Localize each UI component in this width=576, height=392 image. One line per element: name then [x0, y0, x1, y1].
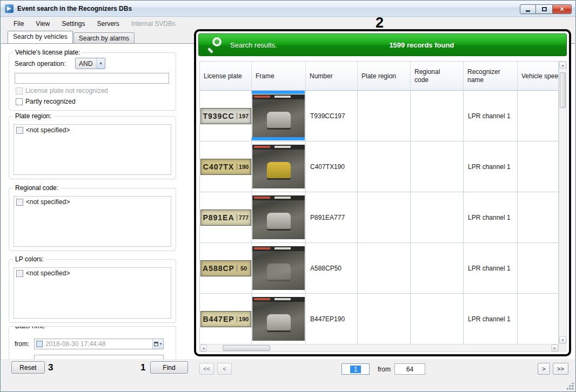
lp-colors-item-checkbox[interactable] [16, 270, 23, 277]
plate-region-list[interactable]: <not specified> [14, 124, 171, 175]
menu-settings[interactable]: Settings [56, 18, 91, 30]
list-item[interactable]: <not specified> [14, 197, 171, 207]
regional-code-list[interactable]: <not specified> [14, 196, 171, 247]
search-operation-select[interactable]: AND ▼ [75, 58, 105, 69]
column-header-license-plate[interactable]: License plate [200, 62, 252, 90]
vertical-scrollbar[interactable]: ▲ ▼ [559, 61, 567, 344]
search-operation-value: AND [76, 60, 96, 67]
maximize-button[interactable] [536, 4, 552, 14]
menu-servers[interactable]: Servers [91, 18, 125, 30]
cell-recognizer-name[interactable]: LPR channel 1 [464, 294, 518, 344]
last-page-button[interactable]: >> [553, 363, 568, 375]
results-panel: Search results. 1599 records found Licen… [194, 29, 571, 356]
cell-recognizer-name[interactable]: LPR channel 1 [464, 141, 518, 192]
tab-search-by-vehicles[interactable]: Search by vehicles [8, 31, 73, 43]
results-table: License plate Frame Number Plate region … [199, 61, 567, 352]
cell-number[interactable]: C407TX190 [306, 141, 358, 192]
cell-regional-code[interactable] [411, 192, 464, 243]
cell-frame[interactable] [252, 141, 306, 192]
column-header-frame[interactable]: Frame [252, 62, 306, 90]
find-button[interactable]: Find [150, 361, 188, 374]
table-row[interactable]: A588CP 50 A588CP50 LPR channel 1 [200, 243, 559, 294]
group-title: Plate region: [13, 112, 53, 120]
scroll-right-icon[interactable]: ► [551, 344, 558, 352]
horizontal-scroll-thumb[interactable] [223, 345, 270, 351]
cell-number[interactable]: T939CC197 [306, 91, 358, 141]
table-row[interactable]: B447EP 190 B447EP190 LPR channel 1 [200, 294, 559, 344]
first-page-button[interactable]: << [199, 363, 214, 375]
plate-region-item-checkbox[interactable] [16, 127, 23, 134]
cell-license-plate[interactable]: C407TX 190 [200, 141, 252, 192]
horizontal-scrollbar[interactable]: ◄ ► [199, 344, 559, 352]
frame-thumbnail [252, 195, 305, 239]
cell-recognizer-name[interactable]: LPR channel 1 [464, 91, 518, 141]
cell-vehicle-speed[interactable] [518, 192, 559, 243]
not-recognized-checkbox[interactable] [16, 87, 23, 94]
group-regional-code: Regional code: <not specified> [9, 188, 176, 251]
scroll-left-icon[interactable]: ◄ [200, 344, 207, 352]
cell-frame[interactable] [252, 243, 306, 294]
cell-plate-region[interactable] [358, 141, 411, 192]
cell-plate-region[interactable] [358, 294, 411, 344]
cell-vehicle-speed[interactable] [518, 243, 559, 294]
menu-view[interactable]: View [30, 18, 56, 30]
minimize-button[interactable] [520, 4, 536, 14]
column-header-vehicle-speed[interactable]: Vehicle speed [518, 62, 559, 90]
cell-regional-code[interactable] [411, 91, 464, 141]
regional-code-item-checkbox[interactable] [16, 199, 23, 206]
tab-search-by-alarms[interactable]: Search by alarms [73, 32, 135, 43]
cell-vehicle-speed[interactable] [518, 141, 559, 192]
cell-regional-code[interactable] [411, 294, 464, 344]
column-header-plate-region[interactable]: Plate region [358, 62, 411, 90]
partly-recognized-checkbox[interactable] [16, 98, 23, 105]
from-datetime-picker[interactable]: 2018-08-30 17:44:48 ▼ [34, 339, 164, 349]
cell-vehicle-speed[interactable] [518, 294, 559, 344]
frame-thumbnail [252, 246, 305, 290]
close-button[interactable]: ✕ [552, 4, 572, 14]
table-row[interactable]: C407TX 190 C407TX190 LPR channel 1 [200, 141, 559, 192]
frame-thumbnail [252, 94, 305, 137]
calendar-dropdown-button[interactable]: ▼ [152, 339, 163, 349]
reset-button[interactable]: Reset [11, 361, 45, 374]
column-header-regional-code[interactable]: Regional code [411, 62, 464, 90]
prev-page-button[interactable]: < [217, 363, 232, 375]
column-header-number[interactable]: Number [306, 62, 358, 90]
cell-frame[interactable] [252, 91, 306, 141]
list-item[interactable]: <not specified> [14, 125, 171, 136]
resize-grip[interactable] [567, 383, 574, 390]
scroll-up-icon[interactable]: ▲ [559, 62, 566, 69]
table-row[interactable]: P891EA 777 P891EA777 LPR channel 1 [200, 192, 559, 243]
cell-plate-region[interactable] [358, 91, 411, 141]
cell-number[interactable]: P891EA777 [306, 192, 358, 243]
cell-plate-region[interactable] [358, 192, 411, 243]
cell-frame[interactable] [252, 192, 306, 243]
from-date-checkbox[interactable] [36, 341, 43, 347]
cell-license-plate[interactable]: A588CP 50 [200, 243, 252, 294]
search-icon [206, 37, 223, 53]
cell-license-plate[interactable]: B447EP 190 [200, 294, 252, 344]
cell-number[interactable]: A588CP50 [306, 243, 358, 294]
cell-plate-region[interactable] [358, 243, 411, 294]
license-plate-input[interactable] [15, 73, 169, 84]
cell-vehicle-speed[interactable] [518, 91, 559, 141]
cell-recognizer-name[interactable]: LPR channel 1 [464, 192, 518, 243]
cell-number[interactable]: B447EP190 [306, 294, 358, 344]
plate-region-item-label: <not specified> [26, 126, 70, 134]
column-header-recognizer-name[interactable]: Recognizer name [464, 62, 518, 90]
cell-frame[interactable] [252, 294, 306, 344]
page-number-input[interactable]: 1 [341, 363, 370, 375]
menu-file[interactable]: File [8, 18, 30, 30]
cell-license-plate[interactable]: P891EA 777 [200, 192, 252, 243]
next-page-button[interactable]: > [538, 363, 550, 375]
cell-regional-code[interactable] [411, 243, 464, 294]
cell-regional-code[interactable] [411, 141, 464, 192]
scroll-down-icon[interactable]: ▼ [559, 336, 566, 343]
list-item[interactable]: <not specified> [14, 268, 171, 279]
cell-recognizer-name[interactable]: LPR channel 1 [464, 243, 518, 294]
vertical-scroll-thumb[interactable] [560, 72, 566, 108]
lp-colors-list[interactable]: <not specified> [14, 267, 171, 319]
total-pages-field[interactable]: 64 [394, 363, 425, 375]
table-row[interactable]: T939CC 197 T939CC197 LPR channel 1 [200, 91, 559, 141]
checkbox-partly-recognized: Partly recognized [16, 98, 76, 105]
cell-license-plate[interactable]: T939CC 197 [200, 91, 252, 141]
